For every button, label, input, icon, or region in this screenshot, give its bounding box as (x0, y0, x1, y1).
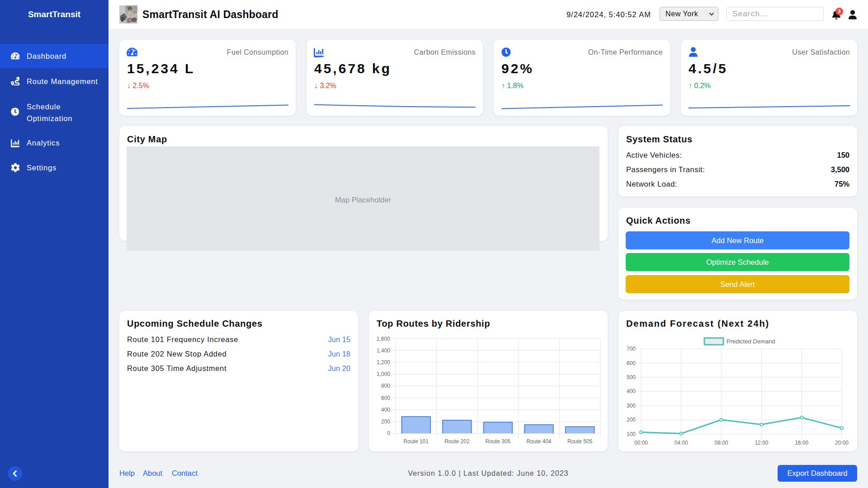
svg-text:600: 600 (627, 360, 636, 366)
svg-text:500: 500 (627, 374, 636, 380)
svg-text:600: 600 (381, 395, 390, 401)
svg-text:20:00: 20:00 (835, 440, 849, 446)
svg-text:Route 202: Route 202 (444, 438, 470, 445)
svg-text:Route 505: Route 505 (567, 438, 593, 445)
svg-text:Predicted Demand: Predicted Demand (726, 338, 775, 345)
svg-text:16:00: 16:00 (795, 440, 808, 446)
svg-text:200: 200 (381, 418, 390, 425)
svg-text:400: 400 (627, 388, 636, 394)
svg-text:1,400: 1,400 (377, 347, 390, 354)
svg-text:Route 101: Route 101 (404, 438, 429, 445)
svg-text:12:00: 12:00 (755, 440, 768, 446)
svg-text:1,000: 1,000 (377, 371, 390, 377)
svg-text:800: 800 (381, 383, 390, 389)
svg-text:1,600: 1,600 (377, 336, 390, 342)
svg-text:08:00: 08:00 (715, 440, 728, 446)
svg-text:Route 404: Route 404 (526, 438, 552, 445)
svg-text:Route 305: Route 305 (486, 438, 511, 445)
svg-text:400: 400 (381, 407, 390, 413)
svg-text:700: 700 (627, 346, 636, 352)
svg-text:1,200: 1,200 (377, 359, 390, 366)
svg-text:04:00: 04:00 (675, 440, 688, 446)
svg-text:300: 300 (627, 403, 636, 409)
svg-text:0: 0 (387, 430, 390, 436)
svg-text:200: 200 (627, 417, 636, 423)
svg-text:100: 100 (627, 431, 636, 437)
svg-text:00:00: 00:00 (634, 440, 648, 446)
